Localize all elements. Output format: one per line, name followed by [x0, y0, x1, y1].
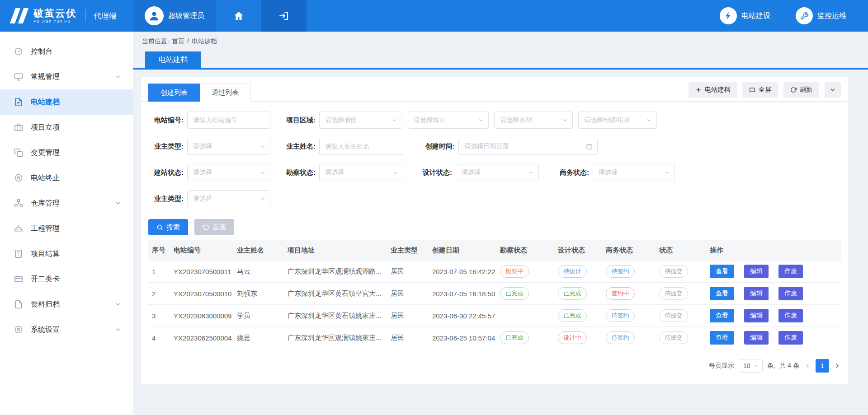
create-station-label: 电站建档 — [705, 86, 730, 94]
sidebar-item-system-settings[interactable]: 系统设置 — [0, 317, 133, 342]
reset-button-label: 重置 — [212, 223, 226, 232]
sidebar-item-label: 电站建档 — [31, 98, 60, 107]
col-survey-status: 勘察状态 — [496, 246, 554, 255]
sidebar-item-general-mgmt[interactable]: 常规管理 — [0, 64, 133, 89]
owner-type-select-placeholder: 请选择 — [193, 142, 212, 150]
design-status-select[interactable]: 请选择 — [456, 164, 539, 181]
province-select[interactable]: 请选择省份 — [319, 112, 402, 129]
col-owner-name: 业主姓名 — [233, 246, 284, 255]
cell-owner-name: 学员 — [233, 312, 284, 320]
view-button[interactable]: 查看 — [710, 331, 734, 345]
survey-status-placeholder: 请选择 — [325, 168, 344, 177]
cell-index: 4 — [148, 334, 170, 342]
sidebar-item-project-approval[interactable]: 项目立项 — [0, 115, 133, 140]
nav-station-build[interactable]: 电站建设 — [720, 7, 770, 24]
view-button[interactable]: 查看 — [710, 287, 734, 300]
sidebar-item-console[interactable]: 控制台 — [0, 39, 133, 64]
home-button[interactable] — [216, 0, 261, 32]
stop-circle-icon — [14, 173, 24, 183]
filter-form: 电站编号: 项目区域: 请选择省份 请选择城市 — [148, 112, 841, 238]
col-address: 项目地址 — [284, 246, 387, 255]
build-status-placeholder: 请选择 — [193, 168, 212, 177]
void-button[interactable]: 作废 — [778, 331, 803, 345]
town-select[interactable]: 请选择村镇/街道 — [578, 112, 657, 129]
refresh-button[interactable]: 刷新 — [783, 82, 819, 98]
page-1-button[interactable]: 1 — [816, 359, 829, 373]
edit-button[interactable]: 编辑 — [744, 265, 769, 278]
build-status-select[interactable]: 请选择 — [187, 164, 270, 181]
edit-button[interactable]: 编辑 — [744, 331, 769, 345]
sidebar-item-label: 控制台 — [31, 47, 52, 56]
collapse-filters-button[interactable] — [825, 82, 841, 98]
chevron-down-icon — [528, 170, 534, 176]
date-range-input[interactable]: 请选择日期范围 — [458, 138, 598, 155]
cell-owner-type: 居民 — [387, 334, 429, 342]
search-button[interactable]: 搜索 — [148, 219, 188, 235]
town-select-placeholder: 请选择村镇/街道 — [584, 116, 630, 124]
district-select[interactable]: 请选择县/区 — [494, 112, 573, 129]
cell-owner-type: 居民 — [387, 312, 429, 320]
station-code-input[interactable] — [187, 112, 270, 129]
edit-button[interactable]: 编辑 — [744, 309, 769, 322]
sidebar-item-label: 资料归档 — [31, 300, 60, 309]
breadcrumb-home[interactable]: 首页 — [172, 37, 184, 46]
col-owner-type: 业主类型 — [387, 246, 429, 255]
cell-owner-type: 居民 — [387, 289, 429, 298]
cell-index: 1 — [148, 268, 170, 275]
sidebar-item-project-settlement[interactable]: 项目结算 — [0, 241, 133, 266]
table-row: 3 YX2023063000009 学员 广东深圳龙华区黄石镇姚家庄... 居民… — [148, 305, 841, 327]
credit-card-icon — [14, 274, 24, 284]
col-status: 状态 — [656, 246, 706, 255]
project-region-label: 项目区域: — [280, 116, 316, 125]
chevron-down-icon — [830, 87, 836, 93]
owner-name-input[interactable] — [319, 138, 403, 155]
nav-monitor-ops-label: 监控运维 — [817, 11, 846, 21]
next-page-button[interactable] — [834, 362, 841, 369]
total-count: 共 4 条 — [779, 362, 799, 370]
chevron-down-icon — [392, 170, 398, 176]
per-page-select[interactable]: 10 — [739, 359, 763, 373]
sidebar-item-label: 系统设置 — [31, 325, 60, 335]
sidebar-item-station-termination[interactable]: 电站终止 — [0, 165, 133, 191]
sidebar-item-type2-card[interactable]: 开二类卡 — [0, 266, 133, 292]
prev-page-button[interactable] — [804, 362, 811, 369]
void-button[interactable]: 作废 — [778, 265, 803, 278]
view-button[interactable]: 查看 — [710, 309, 734, 322]
tab-passed-list[interactable]: 通过列表 — [200, 84, 251, 102]
chevron-down-icon — [115, 301, 121, 308]
sidebar-item-change-mgmt[interactable]: 变更管理 — [0, 140, 133, 165]
fullscreen-button[interactable]: 全屏 — [742, 82, 778, 98]
cell-address: 广东深圳龙华区黄石镇皇官大... — [284, 289, 387, 298]
settings-icon — [14, 325, 24, 335]
cell-design-status: 已完成 — [554, 309, 602, 322]
cell-actions: 查看 编辑 作废 — [706, 331, 841, 345]
user-menu[interactable]: 超级管理员 — [133, 0, 216, 32]
owner-type2-select[interactable]: 请选择 — [187, 190, 270, 207]
view-button[interactable]: 查看 — [710, 265, 734, 278]
cell-station-code: YX2023070500011 — [170, 268, 233, 275]
void-button[interactable]: 作废 — [778, 287, 803, 300]
district-select-placeholder: 请选择县/区 — [500, 116, 533, 124]
sidebar-item-station-archive[interactable]: 电站建档 — [0, 89, 133, 115]
design-status-placeholder: 请选择 — [462, 168, 481, 177]
logout-button[interactable] — [261, 0, 307, 32]
nav-monitor-ops[interactable]: 监控运维 — [796, 7, 846, 24]
city-select[interactable]: 请选择城市 — [408, 112, 489, 129]
sidebar-item-warehouse-mgmt[interactable]: 仓库管理 — [0, 191, 133, 216]
plus-icon — [695, 87, 702, 93]
business-status-select[interactable]: 请选择 — [593, 164, 675, 181]
sidebar-item-data-archive[interactable]: 资料归档 — [0, 292, 133, 317]
tab-create-list[interactable]: 创建列表 — [148, 84, 200, 102]
cell-actions: 查看 编辑 作废 — [706, 309, 841, 322]
edit-button[interactable]: 编辑 — [744, 287, 769, 300]
cell-design-status: 设计中 — [554, 331, 602, 344]
create-station-button[interactable]: 电站建档 — [689, 82, 737, 98]
pagination: 每页显示 10 条, 共 4 条 1 — [148, 359, 841, 373]
void-button[interactable]: 作废 — [778, 309, 803, 322]
reset-button[interactable]: 重置 — [194, 219, 234, 235]
sidebar-item-engineering-mgmt[interactable]: 工程管理 — [0, 216, 133, 241]
page-tab-station-archive[interactable]: 电站建档 — [145, 51, 201, 68]
owner-type-select[interactable]: 请选择 — [187, 138, 270, 155]
survey-status-select[interactable]: 请选择 — [319, 164, 403, 181]
business-status-badge: 待签约 — [606, 309, 635, 322]
